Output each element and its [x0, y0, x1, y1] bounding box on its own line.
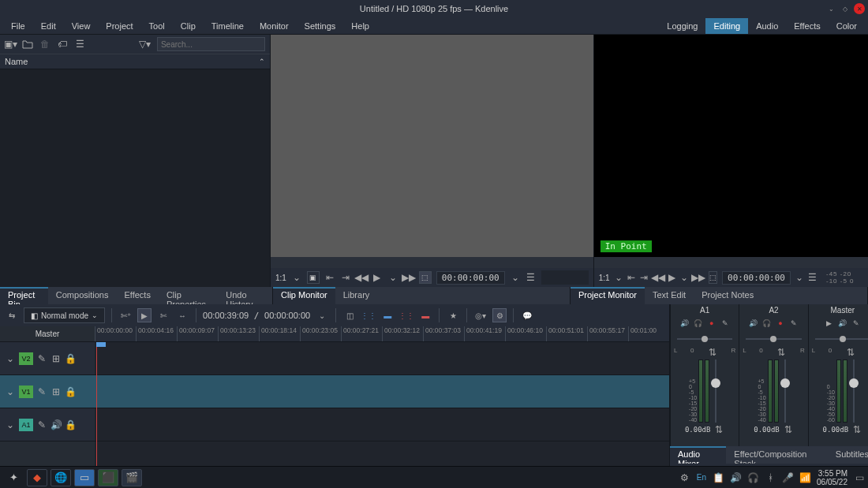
- tab-project-notes[interactable]: Project Notes: [694, 287, 761, 304]
- start-menu-icon[interactable]: ✦: [3, 469, 24, 486]
- chevron-down-icon[interactable]: ⌄: [615, 272, 623, 283]
- balance-slider[interactable]: [812, 334, 868, 344]
- eye-icon[interactable]: ⊞: [51, 353, 62, 364]
- collapse-icon[interactable]: ⌄: [5, 386, 16, 397]
- bin-column-header[interactable]: Name ⌃: [0, 54, 270, 69]
- record-icon[interactable]: ●: [707, 319, 716, 328]
- close-button[interactable]: ✕: [854, 3, 865, 14]
- lift-icon[interactable]: ▬: [418, 308, 432, 322]
- collapse-icon[interactable]: ⌄: [5, 353, 16, 364]
- volume-fader[interactable]: [849, 359, 859, 423]
- track-lane-a1[interactable]: [95, 408, 669, 441]
- fx-icon[interactable]: ✎: [789, 319, 799, 328]
- timeline-position[interactable]: 00:00:39:09 / 00:00:00:00: [203, 311, 310, 321]
- zone-icon[interactable]: ⬚: [709, 271, 717, 284]
- bluetooth-icon[interactable]: ᚼ: [765, 472, 776, 483]
- fx-icon[interactable]: ✎: [36, 386, 47, 397]
- tray-icon[interactable]: ⚙: [679, 472, 690, 483]
- wifi-icon[interactable]: 📶: [799, 472, 810, 483]
- menu-view[interactable]: View: [64, 19, 99, 33]
- spin-icon[interactable]: ⇅: [713, 424, 724, 435]
- menu-tool[interactable]: Tool: [141, 19, 173, 33]
- menu-help[interactable]: Help: [343, 19, 377, 33]
- brave-app-icon[interactable]: ◆: [27, 469, 47, 486]
- zone-icon[interactable]: ⬚: [419, 271, 432, 284]
- fx-icon[interactable]: ✎: [36, 353, 47, 364]
- project-monitor-view[interactable]: In Point: [594, 35, 868, 257]
- menu-timeline[interactable]: Timeline: [204, 19, 252, 33]
- timecode[interactable]: 00:00:00:00: [722, 271, 791, 285]
- set-in-icon[interactable]: ▣: [307, 271, 320, 284]
- go-end-icon[interactable]: ⇥: [640, 272, 648, 283]
- spin-icon[interactable]: ⇅: [776, 347, 787, 358]
- track-header-v2[interactable]: ⌄V2✎⊞🔒: [0, 342, 95, 375]
- go-end-icon[interactable]: ⇥: [340, 272, 351, 283]
- extract-icon[interactable]: ⋮⋮: [399, 308, 413, 322]
- preview-icon[interactable]: ◎▾: [473, 308, 488, 322]
- spin-icon[interactable]: ⇅: [707, 347, 718, 358]
- master-track-header[interactable]: Master: [0, 326, 95, 342]
- mute-icon[interactable]: 🔊: [51, 419, 62, 430]
- clock[interactable]: 3:55 PM06/05/22: [817, 469, 847, 486]
- spacer-tool-icon[interactable]: ↔: [175, 308, 189, 322]
- eye-icon[interactable]: ⊞: [51, 386, 62, 397]
- chevron-down-icon[interactable]: ⌄: [680, 272, 688, 283]
- workspace-color[interactable]: Color: [829, 18, 865, 34]
- track-lane-v1[interactable]: [95, 375, 669, 408]
- zoom-label[interactable]: 1:1: [599, 274, 610, 282]
- lock-icon[interactable]: 🔒: [65, 353, 76, 364]
- favorite-icon[interactable]: ★: [446, 308, 460, 322]
- tab-subtitles[interactable]: Subtitles: [828, 446, 868, 464]
- solo-icon[interactable]: 🎧: [762, 319, 772, 328]
- edit-mode-dropdown[interactable]: ◧ Normal mode ⌄: [24, 307, 105, 323]
- headset-icon[interactable]: 🎧: [747, 472, 758, 483]
- go-start-icon[interactable]: ⇤: [627, 272, 635, 283]
- chevron-down-icon[interactable]: ⌄: [795, 272, 803, 283]
- volume-fader[interactable]: [711, 359, 720, 423]
- go-start-icon[interactable]: ⇤: [324, 272, 335, 283]
- workspace-logging[interactable]: Logging: [659, 18, 705, 34]
- volume-icon[interactable]: 🔊: [730, 472, 741, 483]
- lock-icon[interactable]: 🔒: [65, 419, 76, 430]
- sort-icon[interactable]: ⌃: [259, 58, 265, 65]
- track-lane-v2[interactable]: [95, 342, 669, 375]
- expand-icon[interactable]: ▶: [825, 319, 834, 328]
- overwrite-icon[interactable]: ▬: [380, 308, 395, 322]
- spin-icon[interactable]: ⇅: [845, 347, 856, 358]
- volume-fader[interactable]: [780, 359, 790, 423]
- files-app-icon[interactable]: ▭: [74, 469, 95, 486]
- workspace-effects[interactable]: Effects: [786, 18, 828, 34]
- maximize-button[interactable]: ◇: [840, 3, 851, 14]
- mix-icon[interactable]: ◫: [342, 308, 357, 322]
- menu-monitor[interactable]: Monitor: [252, 19, 297, 33]
- forward-icon[interactable]: ▶▶: [403, 272, 414, 283]
- tab-project-bin[interactable]: Project Bin: [0, 287, 48, 304]
- tab-compositions[interactable]: Compositions: [48, 287, 117, 304]
- timecode[interactable]: 00:00:00:00: [436, 271, 505, 285]
- fx-icon[interactable]: ✎: [851, 319, 861, 328]
- db-readout[interactable]: 0.00dB: [685, 426, 711, 434]
- settings-icon[interactable]: ⚙: [492, 308, 507, 322]
- bin-content[interactable]: [0, 69, 270, 287]
- play-icon[interactable]: ▶: [372, 272, 383, 283]
- dots-icon[interactable]: ⋮⋮: [361, 308, 376, 322]
- menu-settings[interactable]: Settings: [297, 19, 344, 33]
- kdenlive-app-icon[interactable]: 🎬: [122, 469, 142, 486]
- kb-layout[interactable]: En: [697, 473, 706, 482]
- search-input[interactable]: [157, 37, 265, 51]
- mic-icon[interactable]: 🎤: [782, 472, 793, 483]
- mute-icon[interactable]: 🔊: [749, 319, 758, 328]
- db-readout[interactable]: 0.00dB: [754, 426, 780, 434]
- menu-project[interactable]: Project: [98, 19, 140, 33]
- playhead[interactable]: [96, 342, 97, 481]
- tab-clip-properties[interactable]: Clip Properties: [159, 287, 218, 304]
- hamburger-icon[interactable]: ☰: [526, 272, 537, 283]
- play-icon[interactable]: ▶: [668, 272, 675, 283]
- compositing-icon[interactable]: ✄⁺: [118, 308, 133, 322]
- mute-icon[interactable]: 🔊: [838, 319, 847, 328]
- lock-icon[interactable]: 🔒: [65, 386, 76, 397]
- tab-undo-history[interactable]: Undo History: [218, 287, 272, 304]
- rewind-icon[interactable]: ◀◀: [356, 272, 367, 283]
- tab-library[interactable]: Library: [335, 287, 378, 304]
- filter-icon[interactable]: ▽▾: [140, 39, 151, 50]
